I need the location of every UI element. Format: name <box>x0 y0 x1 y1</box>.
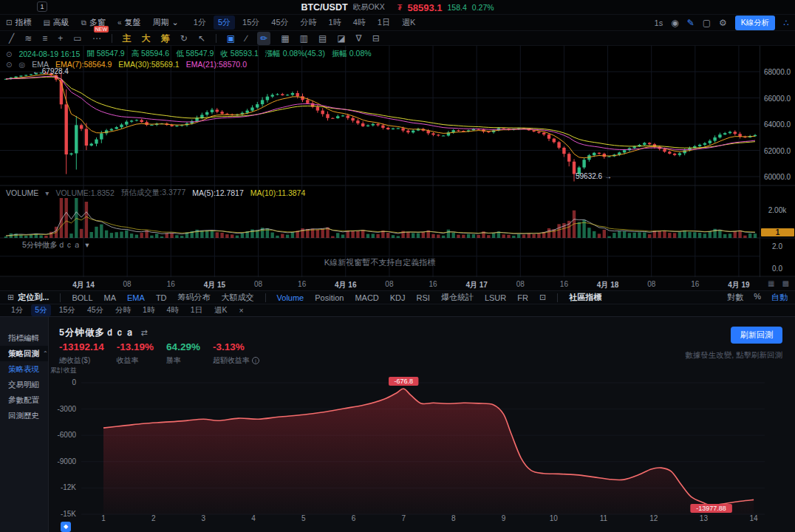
interval-indicator[interactable]: 1s <box>655 18 663 27</box>
cursor-tool[interactable]: ↖ <box>198 33 205 44</box>
share-icon[interactable]: ∴ <box>783 18 789 28</box>
sidebar-item-strategy-performance[interactable]: 策略表現 <box>0 361 48 377</box>
main-chart-region[interactable]: ⊙2024-08-19 16:15開 58547.9高 58594.6低 585… <box>0 46 795 277</box>
ind-ema[interactable]: EMA <box>127 293 145 302</box>
sidebar-item-backtest-history[interactable]: 回測歷史 <box>0 408 48 423</box>
stat-win-rate[interactable]: 64.29%勝率 <box>166 341 200 366</box>
large-orders-toggle[interactable]: 大 <box>142 33 151 44</box>
axis-setting-icon[interactable]: ▩ <box>782 279 789 287</box>
fullscreen-icon[interactable]: ▢ <box>703 18 711 28</box>
ind-liquidation[interactable]: 爆仓統計 <box>441 292 474 303</box>
stat-value: 64.29% <box>166 341 200 352</box>
ind-position[interactable]: Position <box>315 293 344 302</box>
refresh-backtest-button[interactable]: 刷新回測 <box>731 327 782 344</box>
reload-tool[interactable]: ↻ <box>180 33 188 44</box>
collapse-toggle[interactable]: ⊙ <box>6 60 12 69</box>
tf-45m[interactable]: 45分 <box>267 16 293 30</box>
tf-15m[interactable]: 15分 <box>238 16 264 30</box>
ind-large-trades[interactable]: 大額成交 <box>222 292 254 303</box>
tf-4h[interactable]: 4時 <box>349 16 370 30</box>
tf2-45m[interactable]: 45分 <box>83 304 107 316</box>
more-tools[interactable]: ⋯NEW <box>92 33 101 44</box>
ind-td[interactable]: TD <box>156 293 167 302</box>
ind-rsi[interactable]: RSI <box>417 293 430 302</box>
collapse-toggle[interactable]: ⊙ <box>6 50 12 58</box>
swap-icon[interactable]: ⇄ <box>140 328 147 338</box>
advanced-menu[interactable]: ▤高級 <box>43 17 69 28</box>
locate-button[interactable]: ⊞ 定位到... <box>7 292 49 303</box>
kline-analysis-button[interactable]: K線分析 <box>735 16 776 30</box>
rect-tool[interactable]: ▭ <box>73 33 81 44</box>
sidebar-item-trade-details[interactable]: 交易明細 <box>0 377 48 392</box>
close-tab-icon[interactable]: × <box>236 305 248 316</box>
draw-mode-icon[interactable]: ✎ <box>687 18 695 28</box>
tf-1h[interactable]: 1時 <box>324 16 346 30</box>
ind-volume[interactable]: Volume <box>277 293 304 302</box>
edit-indicators-icon[interactable]: ⊡ <box>539 293 546 302</box>
time-axis[interactable]: ▦▩ 4月 1408164月 1508164月 1608164月 1708164… <box>0 277 795 291</box>
ind-kdj[interactable]: KDJ <box>390 293 406 302</box>
settings-icon[interactable]: ⚙ <box>719 18 727 28</box>
tf-1d[interactable]: 1日 <box>373 16 395 30</box>
clipboard-tool[interactable]: ▥ <box>300 33 308 44</box>
tf2-1d[interactable]: 1日 <box>187 304 206 316</box>
tf2-1w[interactable]: 週K <box>211 304 231 316</box>
ind-boll[interactable]: BOLL <box>72 293 92 302</box>
axis-setting-icon[interactable]: ▦ <box>768 279 774 287</box>
tf2-1m[interactable]: 1分 <box>7 304 27 316</box>
main-chart-toggle[interactable]: 主 <box>123 33 132 44</box>
form-tool[interactable]: ▤ <box>318 33 327 44</box>
period-menu[interactable]: 周期⌄ <box>153 17 179 28</box>
ind-fr[interactable]: FR <box>517 293 528 302</box>
floating-widget-icon[interactable]: ◆ <box>61 522 71 532</box>
auto-scale-toggle[interactable]: 自動 <box>771 292 788 303</box>
cross-tool[interactable]: + <box>58 33 63 44</box>
tf-1m[interactable]: 1分 <box>189 16 211 30</box>
tab-badge[interactable]: 1 <box>37 1 47 12</box>
chips-toggle[interactable]: 筹 <box>161 33 170 44</box>
info-icon[interactable]: i <box>252 357 259 364</box>
tf2-15m[interactable]: 15分 <box>55 304 79 316</box>
trendline-tool[interactable]: ╱ <box>9 33 14 44</box>
log-scale-toggle[interactable]: 對數 <box>727 292 743 303</box>
price-axis[interactable]: 68000.066000.064000.062000.060000.02.00k… <box>760 46 795 277</box>
stat-return-rate[interactable]: -13.19%收益率 <box>117 341 154 366</box>
ind-chips[interactable]: 筹码分布 <box>178 292 211 303</box>
hline-tool[interactable]: ≡ <box>42 33 47 44</box>
ind-ma[interactable]: MA <box>104 293 117 302</box>
ind-macd[interactable]: MACD <box>355 293 378 302</box>
cross-tool-icon: + <box>58 33 63 44</box>
subpane-indicator-label[interactable]: 5分钟做多ｄｃａ ▾ <box>22 240 89 250</box>
tf-5m[interactable]: 5分 <box>214 16 235 30</box>
screenshot-icon[interactable]: ◉ <box>671 18 678 28</box>
tf2-4h[interactable]: 4時 <box>163 304 182 316</box>
copy-tool[interactable]: ▣ <box>227 33 235 44</box>
sidebar-item-indicator-edit[interactable]: 指標編輯 <box>0 330 48 346</box>
trash-tool[interactable]: ⊟ <box>372 33 380 44</box>
tf-1w[interactable]: 週K <box>398 16 420 30</box>
tf2-1h[interactable]: 1時 <box>139 304 158 316</box>
price-change-pct: 0.27% <box>472 3 494 12</box>
community-indicators[interactable]: 社區指標 <box>569 292 601 303</box>
pattern-tool[interactable]: ▦ <box>281 33 289 44</box>
tf2-hourly[interactable]: 分時 <box>112 304 134 316</box>
tf-hourly[interactable]: 分時 <box>296 16 321 30</box>
sidebar-item-strategy-backtest[interactable]: 策略回測⌃ <box>0 346 48 361</box>
stat-excess-return[interactable]: -3.13%超額收益率i <box>213 341 259 366</box>
tf2-5m[interactable]: 5分 <box>31 304 50 316</box>
brush-tool[interactable]: ✏ <box>257 32 270 45</box>
channel-tool[interactable]: ≋ <box>24 33 32 44</box>
ind-lsur[interactable]: LSUR <box>485 293 506 302</box>
volume-dropdown-icon[interactable]: ▾ <box>45 188 49 197</box>
replay-menu[interactable]: «复盤 <box>117 17 141 28</box>
percent-scale-toggle[interactable]: % <box>754 292 761 303</box>
indicators-menu[interactable]: ⊡指標 <box>6 17 31 28</box>
sidebar-item-parameter-config[interactable]: 參數配置 <box>0 392 48 408</box>
measure-tool[interactable]: ∕ <box>245 33 247 44</box>
alert-icon[interactable]: ◎ <box>18 60 25 69</box>
stat-total-pnl[interactable]: -13192.14總收益($) <box>59 341 104 366</box>
eraser-tool[interactable]: ◪ <box>337 33 345 44</box>
time-tick: 08 <box>385 280 393 288</box>
candlestick-chart[interactable] <box>0 46 795 277</box>
filter-tool[interactable]: ∇ <box>356 33 362 44</box>
